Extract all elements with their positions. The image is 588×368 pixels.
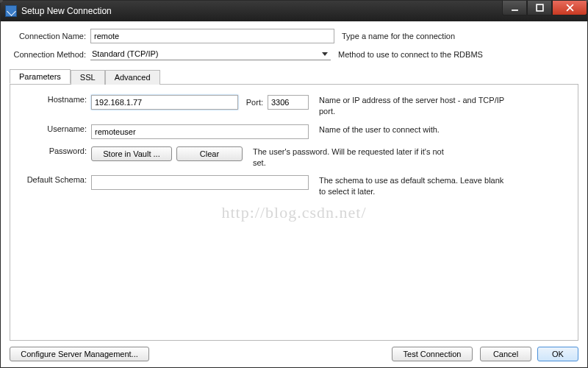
close-button[interactable] [552, 1, 587, 15]
dialog-content: Connection Name: Type a name for the con… [1, 21, 587, 367]
default-schema-desc: The schema to use as default schema. Lea… [319, 175, 510, 197]
app-icon [5, 5, 17, 17]
password-desc: The user's password. Will be requested l… [253, 146, 444, 169]
ok-button[interactable]: OK [537, 347, 578, 361]
port-input[interactable] [268, 95, 309, 110]
test-connection-button[interactable]: Test Connection [392, 347, 473, 361]
clear-password-button[interactable]: Clear [176, 146, 243, 161]
port-label: Port: [238, 98, 268, 107]
default-schema-label: Default Schema: [18, 175, 91, 184]
configure-server-management-button[interactable]: Configure Server Management... [10, 347, 149, 361]
tab-advanced[interactable]: Advanced [105, 70, 160, 85]
minimize-button[interactable] [502, 1, 527, 15]
connection-name-label: Connection Name: [10, 32, 90, 40]
dialog-window: Setup New Connection Connection Name: Ty… [0, 0, 588, 368]
window-title: Setup New Connection [21, 6, 502, 16]
tab-ssl[interactable]: SSL [71, 70, 105, 85]
watermark-text: http://blog.csdn.net/ [222, 203, 367, 222]
tab-parameters[interactable]: Parameters [10, 69, 71, 84]
password-label: Password: [18, 146, 91, 155]
tabstrip: Parameters SSL Advanced [10, 69, 160, 84]
connection-method-hint: Method to use to connect to the RDBMS [338, 50, 578, 59]
connection-method-dropdown[interactable]: Standard (TCP/IP) [90, 48, 331, 60]
hostname-input[interactable] [91, 95, 238, 110]
connection-method-value: Standard (TCP/IP) [90, 48, 322, 60]
dialog-footer: Configure Server Management... Test Conn… [10, 341, 578, 361]
maximize-button[interactable] [527, 1, 552, 15]
username-desc: Name of the user to connect with. [319, 124, 510, 135]
params-tabframe: Parameters SSL Advanced http://blog.csdn… [10, 84, 578, 341]
svg-rect-1 [537, 4, 543, 11]
hostname-label: Hostname: [18, 95, 91, 104]
connection-method-label: Connection Method: [10, 50, 90, 59]
window-controls [502, 1, 587, 21]
store-in-vault-button[interactable]: Store in Vault ... [91, 146, 172, 161]
default-schema-input[interactable] [91, 175, 309, 190]
chevron-down-icon [322, 52, 328, 56]
titlebar[interactable]: Setup New Connection [1, 1, 587, 21]
cancel-button[interactable]: Cancel [480, 347, 531, 361]
username-label: Username: [18, 124, 91, 133]
connection-name-input[interactable] [90, 29, 334, 43]
hostname-desc: Name or IP address of the server host - … [319, 95, 510, 117]
connection-name-hint: Type a name for the connection [342, 32, 578, 40]
username-input[interactable] [91, 124, 309, 139]
